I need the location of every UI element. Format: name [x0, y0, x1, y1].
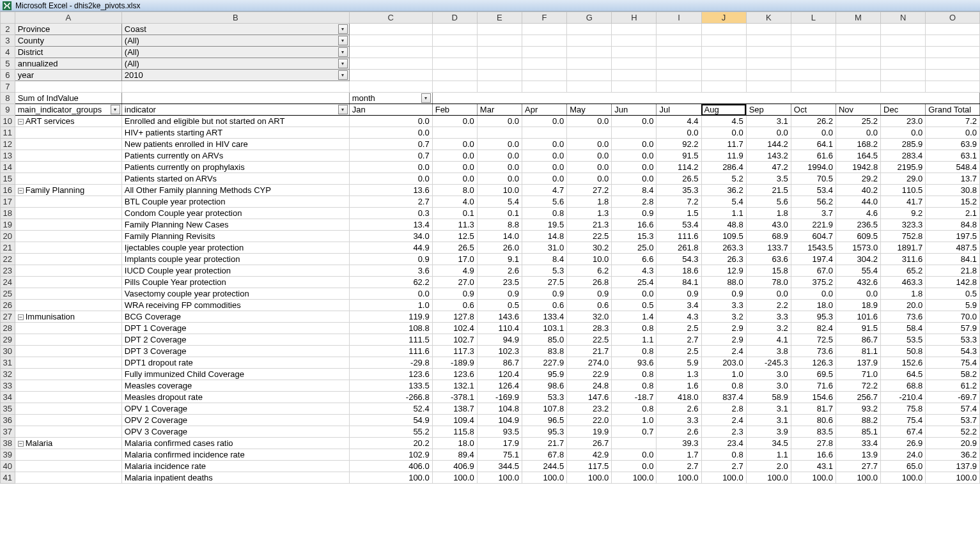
- value-cell[interactable]: 16.6: [612, 219, 657, 231]
- value-cell[interactable]: 93.6: [612, 357, 657, 369]
- value-cell[interactable]: 114.2: [657, 162, 701, 173]
- value-cell[interactable]: 304.2: [836, 254, 880, 265]
- group-cell[interactable]: [15, 472, 121, 484]
- value-cell[interactable]: 23.4: [701, 438, 746, 449]
- value-cell[interactable]: 107.8: [522, 403, 566, 415]
- value-cell[interactable]: 22.9: [567, 369, 612, 380]
- value-cell[interactable]: 117.3: [432, 346, 477, 357]
- value-cell[interactable]: 2.4: [701, 415, 746, 426]
- value-cell[interactable]: 18.0: [432, 438, 477, 449]
- value-cell[interactable]: 0.0: [612, 449, 657, 461]
- value-cell[interactable]: 13.4: [349, 219, 432, 231]
- indicator-cell[interactable]: Pills Couple Year protection: [121, 277, 349, 288]
- indicator-cell[interactable]: OPV 2 Coverage: [121, 415, 349, 426]
- indicator-cell[interactable]: Malaria confirmed cases ratio: [121, 438, 349, 449]
- value-cell[interactable]: 12.9: [701, 265, 746, 277]
- filter-value[interactable]: (All)▾: [121, 47, 349, 58]
- value-cell[interactable]: 4.3: [657, 311, 701, 323]
- value-cell[interactable]: 0.0: [477, 173, 522, 185]
- value-cell[interactable]: 81.1: [836, 346, 880, 357]
- group-cell[interactable]: [15, 196, 121, 208]
- col-header-K[interactable]: K: [746, 12, 791, 24]
- value-cell[interactable]: 4.4: [657, 116, 701, 127]
- value-cell[interactable]: 0.8: [701, 449, 746, 461]
- value-cell[interactable]: 43.0: [746, 219, 791, 231]
- value-cell[interactable]: 0.0: [701, 127, 746, 139]
- value-cell[interactable]: 0.0: [477, 162, 522, 173]
- indicator-cell[interactable]: OPV 1 Coverage: [121, 403, 349, 415]
- value-cell[interactable]: 168.2: [836, 139, 880, 150]
- value-cell[interactable]: 0.0: [432, 173, 477, 185]
- value-cell[interactable]: 14.8: [522, 231, 566, 242]
- month-header-Sep[interactable]: Sep: [746, 104, 791, 116]
- group-cell[interactable]: [15, 403, 121, 415]
- value-cell[interactable]: 100.0: [881, 472, 926, 484]
- total-cell[interactable]: -69.7: [926, 392, 980, 403]
- total-cell[interactable]: 54.3: [926, 346, 980, 357]
- indicator-cell[interactable]: DPT 2 Coverage: [121, 334, 349, 346]
- group-cell[interactable]: [15, 127, 121, 139]
- value-cell[interactable]: 1.3: [657, 369, 701, 380]
- value-cell[interactable]: 26.7: [567, 438, 612, 449]
- group-cell[interactable]: [15, 173, 121, 185]
- indicator-cell[interactable]: Family Planning New Cases: [121, 219, 349, 231]
- value-cell[interactable]: 111.6: [349, 346, 432, 357]
- row-header-4[interactable]: 4: [1, 47, 15, 58]
- row-header-10[interactable]: 10: [1, 116, 15, 127]
- value-cell[interactable]: 132.1: [432, 380, 477, 392]
- value-cell[interactable]: 3.6: [349, 265, 432, 277]
- value-cell[interactable]: 19.9: [567, 426, 612, 438]
- value-cell[interactable]: 0.7: [612, 426, 657, 438]
- value-cell[interactable]: 1.7: [657, 449, 701, 461]
- group-cell[interactable]: −Immunisation: [15, 311, 121, 323]
- value-cell[interactable]: 102.4: [432, 323, 477, 334]
- row-header-34[interactable]: 34: [1, 392, 15, 403]
- month-header-Apr[interactable]: Apr: [522, 104, 566, 116]
- pivot-row-field-2[interactable]: indicator▾: [121, 104, 349, 116]
- total-cell[interactable]: 2.1: [926, 208, 980, 219]
- value-cell[interactable]: 3.2: [701, 311, 746, 323]
- indicator-cell[interactable]: OPV 3 Coverage: [121, 426, 349, 438]
- month-header-Jan[interactable]: Jan: [349, 104, 432, 116]
- value-cell[interactable]: 1994.0: [791, 162, 836, 173]
- value-cell[interactable]: [432, 127, 477, 139]
- value-cell[interactable]: 3.2: [746, 323, 791, 334]
- group-cell[interactable]: [15, 162, 121, 173]
- value-cell[interactable]: 3.8: [746, 346, 791, 357]
- value-cell[interactable]: 0.0: [432, 150, 477, 162]
- value-cell[interactable]: 0.7: [349, 150, 432, 162]
- value-cell[interactable]: 0.8: [701, 380, 746, 392]
- value-cell[interactable]: 0.0: [522, 150, 566, 162]
- value-cell[interactable]: 244.5: [522, 461, 566, 472]
- group-cell[interactable]: −Malaria: [15, 438, 121, 449]
- value-cell[interactable]: 68.8: [881, 380, 926, 392]
- value-cell[interactable]: 286.4: [701, 162, 746, 173]
- value-cell[interactable]: 58.4: [881, 323, 926, 334]
- collapse-icon[interactable]: −: [18, 441, 24, 447]
- filter-dropdown-icon[interactable]: ▾: [338, 47, 348, 57]
- value-cell[interactable]: 1.8: [881, 288, 926, 300]
- value-cell[interactable]: 0.0: [612, 173, 657, 185]
- value-cell[interactable]: 100.0: [567, 472, 612, 484]
- filter-dropdown-icon[interactable]: ▾: [111, 105, 120, 114]
- value-cell[interactable]: 35.3: [657, 185, 701, 196]
- value-cell[interactable]: 101.6: [836, 311, 880, 323]
- value-cell[interactable]: 44.0: [836, 196, 880, 208]
- value-cell[interactable]: 100.0: [432, 472, 477, 484]
- value-cell[interactable]: 67.8: [522, 449, 566, 461]
- row-header-33[interactable]: 33: [1, 380, 15, 392]
- value-cell[interactable]: 12.5: [432, 231, 477, 242]
- value-cell[interactable]: 54.3: [657, 254, 701, 265]
- value-cell[interactable]: 3.9: [746, 426, 791, 438]
- value-cell[interactable]: -210.4: [881, 392, 926, 403]
- value-cell[interactable]: 1.3: [567, 208, 612, 219]
- value-cell[interactable]: 23.5: [477, 277, 522, 288]
- value-cell[interactable]: 69.5: [791, 369, 836, 380]
- value-cell[interactable]: 0.0: [349, 127, 432, 139]
- col-header-E[interactable]: E: [477, 12, 522, 24]
- value-cell[interactable]: 63.6: [746, 254, 791, 265]
- value-cell[interactable]: 17.0: [432, 254, 477, 265]
- value-cell[interactable]: 0.0: [349, 173, 432, 185]
- value-cell[interactable]: 15.3: [612, 231, 657, 242]
- value-cell[interactable]: 256.7: [836, 392, 880, 403]
